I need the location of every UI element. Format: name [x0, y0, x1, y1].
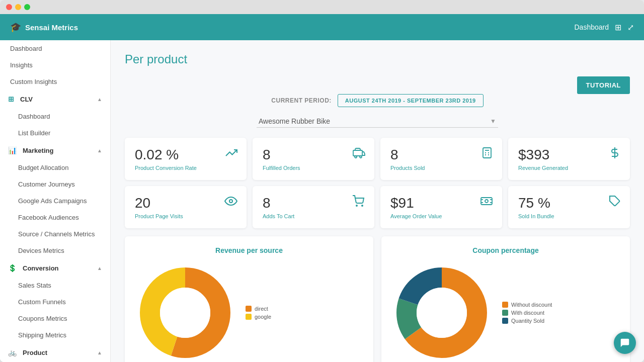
metric-card-sold-bundle: 75 % Sold In Bundle: [508, 186, 630, 228]
app: 🎓 Sensai Metrics Dashboard ⊞ ⤢ Dashboard…: [0, 14, 644, 362]
sidebar-item-google-ads[interactable]: Google Ads Campaigns: [0, 193, 110, 209]
legend-color-direct: [246, 306, 252, 312]
sidebar-item-label: Custom Funnels: [18, 298, 66, 306]
charts-row: Revenue per source: [125, 236, 630, 362]
sidebar-item-label: Shipping Metrics: [18, 331, 66, 339]
sidebar: Dashboard Insights Custom Insights ⊞ CLV…: [0, 40, 111, 362]
metric-label: Product Conversion Rate: [135, 165, 236, 171]
dot-green[interactable]: [24, 4, 30, 10]
metric-value: 75 %: [518, 195, 620, 211]
metrics-grid: 0.02 % Product Conversion Rate 8 Fulfill…: [125, 138, 630, 228]
legend-label-quantity-sold: Quantity Sold: [511, 318, 544, 324]
legend-item-direct: direct: [246, 306, 271, 312]
svg-point-12: [362, 205, 363, 206]
svg-rect-13: [481, 198, 492, 205]
sidebar-section-marketing[interactable]: 📊 Marketing ▲: [0, 141, 110, 159]
chart-area: Without discount With discount Quantity …: [391, 262, 620, 362]
metric-label: Product Page Visits: [135, 213, 236, 219]
sidebar-item-label: Sales Stats: [18, 282, 51, 289]
coupon-legend: Without discount With discount Quantity …: [502, 302, 552, 326]
legend-item-with-discount: With discount: [502, 310, 552, 316]
chevron-down-icon: ▲: [97, 350, 102, 355]
sidebar-item-shipping-metrics[interactable]: Shipping Metrics: [0, 327, 110, 343]
sidebar-item-sales-stats[interactable]: Sales Stats: [0, 277, 110, 294]
sidebar-item-devices-metrics[interactable]: Devices Metrics: [0, 242, 110, 259]
metric-label: Average Order Value: [390, 213, 492, 219]
donut-chart-revenue: [135, 262, 235, 362]
svg-point-2: [360, 156, 362, 158]
sidebar-item-label: Insights: [10, 61, 33, 69]
topbar-icon-save[interactable]: ⊞: [615, 23, 621, 32]
metric-card-avg-order: $91 Average Order Value: [380, 186, 502, 228]
topbar-right: Dashboard ⊞ ⤢: [575, 23, 634, 32]
svg-point-11: [356, 205, 357, 206]
clv-section-icon: ⊞: [8, 95, 14, 103]
svg-point-14: [485, 200, 488, 203]
legend-color-quantity-sold: [502, 318, 508, 324]
metric-card-products-sold: 8 Products Sold: [380, 138, 502, 180]
tag-icon: [609, 195, 621, 210]
metric-card-revenue: $393 Revenue Generated: [508, 138, 630, 180]
metric-value: 20: [135, 195, 236, 211]
sidebar-item-insights[interactable]: Insights: [0, 57, 110, 73]
revenue-per-source-chart: Revenue per source: [125, 236, 373, 362]
page-title: Per product: [125, 52, 630, 66]
sidebar-item-custom-funnels[interactable]: Custom Funnels: [0, 294, 110, 310]
sidebar-item-customer-journeys[interactable]: Customer Journeys: [0, 176, 110, 193]
sidebar-section-product[interactable]: 🚲 Product ▲: [0, 343, 110, 361]
product-select-row: Awesome Rubber Bike ▼: [125, 115, 630, 128]
chevron-down-icon: ▲: [97, 148, 102, 153]
tutorial-button[interactable]: TUTORIAL: [577, 76, 630, 94]
sidebar-item-label: List Builder: [18, 129, 50, 137]
topbar-icon-expand[interactable]: ⤢: [627, 23, 634, 32]
sidebar-item-label: Source / Channels Metrics: [18, 230, 95, 238]
dot-red[interactable]: [6, 4, 12, 10]
svg-rect-0: [353, 150, 362, 156]
metric-value: 8: [263, 195, 364, 211]
ship-icon: [352, 147, 365, 162]
period-value[interactable]: AUGUST 24TH 2019 - SEPTEMBER 23RD 2019: [338, 94, 484, 107]
legend-label-google: google: [255, 314, 271, 320]
topbar: 🎓 Sensai Metrics Dashboard ⊞ ⤢: [0, 14, 644, 40]
legend-item-without-discount: Without discount: [502, 302, 552, 308]
svg-rect-3: [483, 148, 491, 158]
metric-card-adds-to-cart: 8 Adds To Cart: [253, 186, 374, 228]
svg-point-22: [160, 288, 210, 338]
chart-area: direct google: [135, 262, 363, 362]
chart-title: Revenue per source: [135, 246, 363, 254]
sidebar-section-conversion[interactable]: 💲 Conversion ▲: [0, 259, 110, 277]
chevron-down-icon: ▲: [97, 97, 102, 102]
sidebar-item-source-channels[interactable]: Source / Channels Metrics: [0, 226, 110, 242]
metric-label: Adds To Cart: [263, 213, 364, 219]
sidebar-item-clv-dashboard[interactable]: Dashboard: [0, 108, 110, 125]
metric-value: $91: [390, 195, 492, 211]
sidebar-item-dashboard-top[interactable]: Dashboard: [0, 40, 110, 57]
product-select[interactable]: Awesome Rubber Bike ▼: [257, 115, 498, 128]
legend-label-with-discount: With discount: [511, 310, 544, 316]
sidebar-section-clv[interactable]: ⊞ CLV ▲: [0, 90, 110, 108]
sidebar-item-facebook-audiences[interactable]: Facebook Audiences: [0, 209, 110, 226]
product-section-icon: 🚲: [8, 348, 17, 356]
metric-value: 0.02 %: [135, 147, 236, 163]
topbar-title: Dashboard: [575, 23, 609, 31]
sidebar-item-label: Dashboard: [18, 113, 50, 120]
legend-label-without-discount: Without discount: [511, 302, 552, 308]
chevron-down-icon: ▼: [490, 118, 496, 125]
sidebar-item-label: Budget Allocation: [18, 164, 68, 171]
chat-bubble[interactable]: [614, 332, 636, 354]
sidebar-item-coupons-metrics[interactable]: Coupons Metrics: [0, 310, 110, 327]
brand-name: Sensai Metrics: [25, 23, 78, 32]
dot-yellow[interactable]: [15, 4, 21, 10]
trending-up-icon: [225, 147, 237, 162]
title-bar: [0, 0, 644, 14]
sidebar-item-label: Google Ads Campaigns: [18, 197, 87, 205]
sidebar-item-list-builder[interactable]: List Builder: [0, 125, 110, 141]
sidebar-item-budget-allocation[interactable]: Budget Allocation: [0, 159, 110, 176]
main-layout: Dashboard Insights Custom Insights ⊞ CLV…: [0, 40, 644, 362]
metric-label: Products Sold: [390, 165, 492, 171]
sidebar-item-label: Coupons Metrics: [18, 315, 67, 322]
metric-card-page-visits: 20 Product Page Visits: [125, 186, 247, 228]
sidebar-item-custom-insights[interactable]: Custom Insights: [0, 73, 110, 90]
metric-value: 8: [263, 147, 364, 163]
period-row: CURRENT PERIOD: AUGUST 24TH 2019 - SEPTE…: [125, 94, 630, 107]
